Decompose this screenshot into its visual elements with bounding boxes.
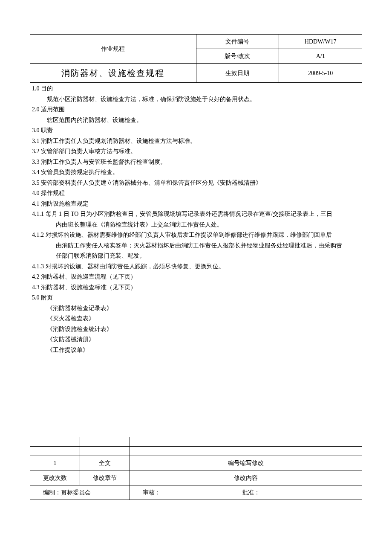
change-desc-label: 修改内容 xyxy=(130,471,362,485)
version-label: 版号/改次 xyxy=(196,49,279,64)
body-text: 4.1.2 对损坏的设施、器材需要维修的经部门负责人审核后发工作提议单到维修部进… xyxy=(32,230,360,241)
empty-cell xyxy=(130,447,362,456)
doc-no-value: HDDW/W17 xyxy=(279,35,362,49)
section-heading: 2.0 适用范围 xyxy=(32,105,360,115)
body-text: 4.1 消防设施检查规定 xyxy=(32,199,360,209)
body-text: 3.4 安管员负责按规定执行检查。 xyxy=(32,167,360,178)
footer-table: 1 全文 编号缩写修改 更改次数 修改章节 修改内容 编制：贯标委员会 审核： … xyxy=(30,437,362,500)
body-text: 4.3 消防器材、设施检查标准（见下页） xyxy=(32,282,360,293)
eff-date-value: 2009-5-10 xyxy=(279,64,362,83)
section-heading: 3.0 职责 xyxy=(32,125,360,136)
empty-cell xyxy=(80,447,130,456)
body-text: 3.3 消防工作负责人与安管班长监督执行检查制度。 xyxy=(32,157,360,168)
body-text: 4.2 消防器材、设施巡查流程（见下页） xyxy=(32,272,360,282)
body-text: 辖区范围内的消防器材、设施检查。 xyxy=(32,115,360,126)
change-section: 全文 xyxy=(80,456,130,471)
document-container: 作业规程 文件编号 HDDW/W17 版号/改次 A/1 消防器材、设施检查规程… xyxy=(30,34,362,500)
reviewed-by: 审核： xyxy=(130,485,229,500)
procedure-label: 作业规程 xyxy=(34,44,193,54)
body-text: 3.2 安管部部门负责人审核方法与标准。 xyxy=(32,146,360,157)
body-text: 内由班长整理在《消防检查统计表》上交至消防工作责任人处。 xyxy=(32,220,360,230)
section-heading: 4.0 操作规程 xyxy=(32,188,360,199)
doc-no-label: 文件编号 xyxy=(196,35,279,49)
attachment-item: 《灭火器检查表》 xyxy=(32,314,360,324)
body-text: 4.1.3 对损坏的设施、器材由消防责任人跟踪，必须尽快修复、更换到位。 xyxy=(32,262,360,272)
section-heading: 5.0 附页 xyxy=(32,293,360,303)
body-text: 由消防工作责任人核实签单；灭火器材损坏后由消防工作责任人报部长并经物业服务处经理… xyxy=(32,241,360,251)
attachment-item: 《安防器械清册》 xyxy=(32,334,360,345)
header-table: 作业规程 文件编号 HDDW/W17 版号/改次 A/1 消防器材、设施检查规程… xyxy=(30,34,362,83)
empty-cell xyxy=(30,437,80,447)
attachment-item: 《消防设施检查统计表》 xyxy=(32,324,360,335)
content-body: 1.0 目的 规范小区消防器材、设施检查方法，标准，确保消防设施处于良好的备用状… xyxy=(30,83,362,437)
body-text: 4.1.1 每月 1 日 TO 日为小区消防检查日，安管员除现场填写记录表外还需… xyxy=(32,209,360,220)
empty-cell xyxy=(30,447,80,456)
attachment-item: 《工作提议单》 xyxy=(32,345,360,356)
version-value: A/1 xyxy=(279,49,362,64)
eff-date-label: 生效日期 xyxy=(196,64,279,83)
body-text: 规范小区消防器材、设施检查方法，标准，确保消防设施处于良好的备用状态。 xyxy=(32,94,360,105)
change-section-label: 修改章节 xyxy=(80,471,130,485)
body-text: 3.5 安管部资料责任人负责建立消防器械分布、清单和保管责任区分见《安防器械清册… xyxy=(32,178,360,189)
change-count: 1 xyxy=(30,456,80,471)
document-title: 消防器材、设施检查规程 xyxy=(30,64,196,83)
body-text: 任部门联系消防部门充装、配发。 xyxy=(32,251,360,262)
approved-by: 批准： xyxy=(229,485,362,500)
made-by: 编制：贯标委员会 xyxy=(30,485,130,500)
change-count-label: 更改次数 xyxy=(30,471,80,485)
body-text: 3.1 消防工作责任人负责规划消防器材、设施检查方法与标准。 xyxy=(32,136,360,147)
change-desc: 编号缩写修改 xyxy=(130,456,362,471)
empty-cell xyxy=(80,437,130,447)
attachment-item: 《消防器材检查记录表》 xyxy=(32,303,360,314)
section-heading: 1.0 目的 xyxy=(32,84,360,94)
empty-cell xyxy=(130,437,362,447)
